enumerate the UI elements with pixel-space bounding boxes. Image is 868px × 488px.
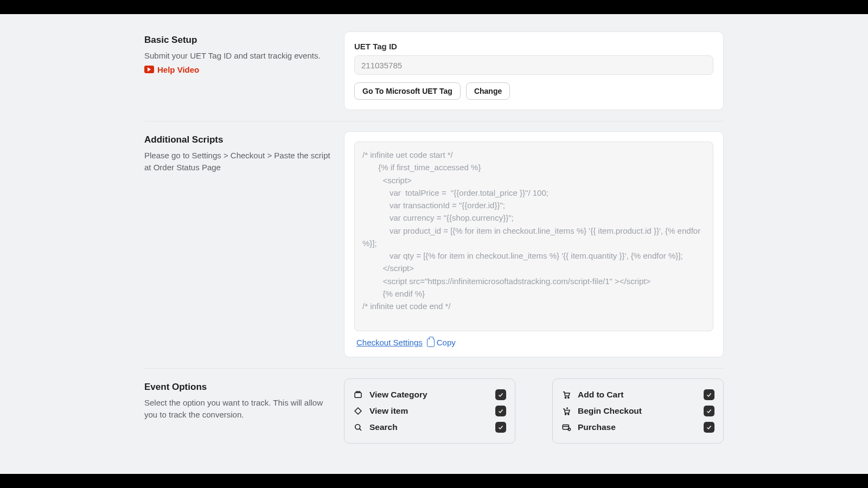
basic-setup-left: Basic Setup Submit your UET Tag ID and s… [144, 31, 333, 110]
additional-scripts-desc: Please go to Settings > Checkout > Paste… [144, 150, 333, 174]
youtube-icon [144, 66, 154, 73]
event-row-begin-checkout: Begin Checkout [561, 403, 714, 419]
checkbox-begin-checkout[interactable] [704, 406, 714, 416]
event-options-card: View Category View item [344, 378, 724, 444]
event-row-view-category: View Category [353, 387, 506, 403]
additional-scripts-title: Additional Scripts [144, 134, 333, 145]
checkbox-add-to-cart[interactable] [704, 389, 714, 400]
checkbox-search[interactable] [495, 422, 506, 433]
svg-rect-0 [355, 393, 361, 397]
event-options-left: Event Options Select the option you want… [144, 378, 333, 444]
search-icon [353, 422, 363, 432]
letterbox-bottom [0, 474, 868, 488]
label-icon [353, 406, 363, 416]
event-label: Add to Cart [578, 390, 623, 400]
help-video-link[interactable]: Help Video [144, 65, 199, 74]
uet-tag-id-input[interactable] [354, 55, 713, 75]
help-video-label: Help Video [157, 65, 199, 74]
content-wrapper: Basic Setup Submit your UET Tag ID and s… [144, 14, 724, 474]
event-options-desc: Select the option you want to track. Thi… [144, 397, 333, 421]
additional-scripts-card: Checkout Settings Copy [344, 131, 724, 357]
additional-scripts-left: Additional Scripts Please go to Settings… [144, 131, 333, 357]
event-row-add-to-cart: Add to Cart [561, 387, 714, 403]
basic-buttons-row: Go To Microsoft UET Tag Change [354, 82, 713, 100]
section-event-options: Event Options Select the option you want… [144, 368, 724, 454]
basic-setup-title: Basic Setup [144, 35, 333, 46]
tag-icon [353, 390, 363, 400]
svg-line-3 [360, 429, 361, 431]
event-options-title: Event Options [144, 382, 333, 393]
cart-plus-icon [561, 406, 571, 416]
section-additional-scripts: Additional Scripts Please go to Settings… [144, 121, 724, 368]
svg-point-5 [568, 397, 569, 398]
script-links-row: Checkout Settings Copy [354, 338, 713, 347]
event-label: Purchase [578, 422, 616, 432]
event-card-left: View Category View item [344, 378, 515, 444]
copy-label: Copy [437, 338, 456, 347]
checkbox-view-category[interactable] [495, 389, 506, 400]
svg-rect-1 [356, 391, 360, 393]
event-label: Begin Checkout [578, 406, 642, 416]
goto-microsoft-uet-button[interactable]: Go To Microsoft UET Tag [354, 82, 461, 100]
basic-setup-desc: Submit your UET Tag ID and start trackig… [144, 50, 333, 62]
checkbox-view-item[interactable] [495, 406, 506, 416]
checkbox-purchase[interactable] [704, 422, 714, 433]
event-label: View Category [369, 390, 427, 400]
event-row-view-item: View item [353, 403, 506, 419]
svg-point-2 [355, 425, 360, 429]
svg-point-6 [565, 414, 566, 415]
event-label: View item [369, 406, 408, 416]
copy-button[interactable]: Copy [427, 338, 456, 347]
card-icon [561, 422, 571, 432]
event-label: Search [369, 422, 398, 432]
svg-point-10 [568, 428, 571, 431]
letterbox-top [0, 0, 868, 14]
cart-icon [561, 390, 571, 400]
script-code-textarea[interactable] [354, 142, 713, 331]
event-row-purchase: Purchase [561, 419, 714, 435]
change-button[interactable]: Change [466, 82, 510, 100]
checkout-settings-link[interactable]: Checkout Settings [356, 338, 423, 347]
uet-tag-id-label: UET Tag ID [354, 42, 713, 51]
events-grid: View Category View item [344, 378, 724, 444]
clipboard-icon [427, 338, 435, 347]
svg-point-4 [565, 397, 566, 398]
event-card-right: Add to Cart Begin Checkout [552, 378, 724, 444]
svg-point-7 [568, 414, 569, 415]
event-row-search: Search [353, 419, 506, 435]
page: Basic Setup Submit your UET Tag ID and s… [0, 14, 868, 474]
basic-setup-card: UET Tag ID Go To Microsoft UET Tag Chang… [344, 31, 724, 110]
section-basic-setup: Basic Setup Submit your UET Tag ID and s… [144, 22, 724, 121]
